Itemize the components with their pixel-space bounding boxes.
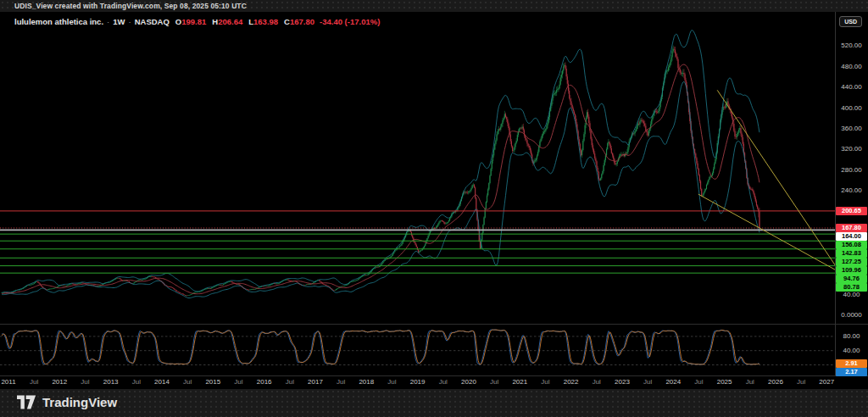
- price-label: 164.00: [836, 232, 867, 241]
- time-axis-month-label[interactable]: Jul: [431, 377, 456, 387]
- price-axis-tick: 320.00: [836, 145, 867, 153]
- time-axis-year-label[interactable]: 2014: [149, 377, 175, 387]
- price-label: 109.96: [836, 266, 867, 275]
- time-axis-month-label[interactable]: Jul: [328, 377, 353, 387]
- separator-dot: ·: [107, 17, 109, 26]
- time-axis-year-label[interactable]: 2016: [252, 377, 277, 387]
- symbol-interval[interactable]: 1W: [113, 17, 125, 26]
- up-candle-bodies: [2, 49, 741, 296]
- price-axis-tick: 240.00: [836, 186, 867, 194]
- tradingview-logo[interactable]: TradingView: [17, 395, 117, 409]
- time-axis-year-label[interactable]: 2018: [353, 377, 379, 387]
- time-axis-year-label[interactable]: 2022: [559, 377, 584, 387]
- time-axis-year-label[interactable]: 2020: [456, 377, 481, 387]
- time-axis-year-label[interactable]: 2023: [609, 377, 635, 387]
- price-axis-tick: 440.00: [836, 83, 867, 91]
- down-candle-wicks: [5, 47, 760, 296]
- time-axis-month-label[interactable]: Jul: [532, 377, 558, 387]
- price-label: 80.78: [836, 283, 867, 292]
- time-axis-year-label[interactable]: 2026: [763, 377, 788, 387]
- brand-name: TradingView: [42, 395, 117, 409]
- time-axis-month-label[interactable]: Jul: [584, 377, 609, 387]
- trend-line[interactable]: [717, 90, 840, 272]
- price-axis-tick: 520.00: [836, 42, 867, 49]
- change-value: -34.40 (-17.01%): [320, 17, 380, 26]
- main-pane[interactable]: [0, 31, 840, 298]
- low-value: 163.98: [253, 17, 278, 26]
- price-axis-tick: 360.00: [836, 125, 867, 132]
- attribution-text: UDIS_View created with TradingView.com, …: [14, 2, 247, 10]
- time-axis-year-label[interactable]: 2027: [814, 377, 839, 387]
- time-axis-year-label[interactable]: 2021: [507, 377, 532, 387]
- open-value: 199.81: [181, 17, 206, 26]
- time-axis-year-label[interactable]: 2015: [200, 377, 225, 387]
- price-axis-tick: 480.00: [836, 63, 867, 70]
- time-axis-year-label[interactable]: 2025: [712, 377, 737, 387]
- time-axis-year-label[interactable]: 2013: [98, 377, 124, 387]
- tradingview-chart-screenshot: UDIS_View created with TradingView.com, …: [0, 0, 868, 417]
- down-candle-bodies: [4, 49, 760, 296]
- time-axis-month-label[interactable]: Jul: [379, 377, 404, 387]
- high-value: 206.64: [218, 17, 242, 26]
- price-label: 94.76: [836, 275, 867, 283]
- bollinger-upper-band: [2, 31, 760, 293]
- time-axis-year-label[interactable]: 2012: [47, 377, 72, 387]
- separator-dot: ·: [128, 17, 131, 26]
- currency-toggle-button[interactable]: USD: [839, 16, 862, 27]
- symbol-title[interactable]: lululemon athletica inc.: [14, 17, 103, 26]
- symbol-exchange: NASDAQ: [135, 17, 170, 26]
- bollinger-basis-line: [2, 64, 760, 294]
- chart-canvas[interactable]: [0, 12, 868, 389]
- price-label: 127.25: [836, 258, 867, 266]
- tradingview-logo-icon: [17, 395, 36, 409]
- time-axis-month-label[interactable]: Jul: [277, 377, 303, 387]
- indicator-axis-tick: 40.00: [836, 347, 867, 354]
- time-axis-year-label[interactable]: 2011: [0, 377, 21, 387]
- time-axis-month-label[interactable]: Jul: [225, 377, 251, 387]
- symbol-info: lululemon athletica inc.·1W·NASDAQO199.8…: [14, 17, 380, 26]
- footer-bar: TradingView: [0, 389, 868, 417]
- attribution-bar: UDIS_View created with TradingView.com, …: [0, 0, 868, 12]
- close-label: C: [284, 17, 290, 26]
- time-axis-year-label[interactable]: 2019: [405, 377, 431, 387]
- chart-area[interactable]: lululemon athletica inc.·1W·NASDAQO199.8…: [0, 12, 868, 389]
- price-label: 142.83: [836, 249, 867, 258]
- time-axis-month-label[interactable]: Jul: [686, 377, 711, 387]
- time-axis-month-label[interactable]: Jul: [124, 377, 149, 387]
- time-axis-month-label[interactable]: Jul: [72, 377, 97, 387]
- close-value: 167.80: [290, 17, 314, 26]
- price-axis-tick: 400.00: [836, 104, 867, 112]
- time-axis-year-label[interactable]: 2017: [303, 377, 328, 387]
- price-axis-tick: 0.0000: [836, 311, 867, 319]
- stochastic-k-line: [2, 330, 760, 364]
- time-axis-month-label[interactable]: Jul: [21, 377, 47, 387]
- time-axis-month-label[interactable]: Jul: [788, 377, 814, 387]
- indicator-value-label: 2.17: [836, 368, 867, 376]
- time-axis-month-label[interactable]: Jul: [635, 377, 660, 387]
- indicator-axis-tick: 80.00: [836, 332, 867, 340]
- time-axis-month-label[interactable]: Jul: [175, 377, 200, 387]
- price-axis-tick: 280.00: [836, 166, 867, 174]
- time-axis-year-label[interactable]: 2024: [660, 377, 686, 387]
- indicator-value-label: 2.91: [836, 359, 867, 368]
- price-label: 156.08: [836, 241, 867, 249]
- price-label: 167.80: [836, 224, 867, 232]
- time-axis-month-label[interactable]: Jul: [481, 377, 507, 387]
- stochastic-pane[interactable]: [0, 330, 835, 364]
- trend-line[interactable]: [698, 194, 840, 272]
- time-axis-month-label[interactable]: Jul: [737, 377, 763, 387]
- price-label: 200.65: [836, 207, 867, 215]
